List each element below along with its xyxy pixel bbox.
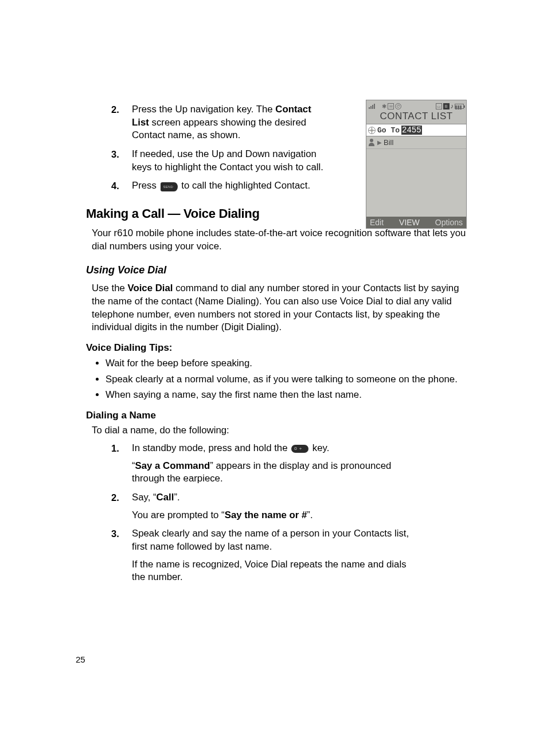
heading-voice-tips: Voice Dialing Tips: xyxy=(86,342,472,354)
page-number: 25 xyxy=(76,655,85,664)
step-number: 2. xyxy=(111,103,119,116)
text-bold: Voice Dial xyxy=(128,283,173,293)
sub-bold: Say a Command xyxy=(135,460,210,471)
step-text-post: ”. xyxy=(174,492,179,503)
alarm-icon: ⏱ xyxy=(395,103,401,109)
name-step-3: 3. Speak clearly and say the name of a p… xyxy=(132,527,413,584)
goto-value: 2455 xyxy=(401,126,422,135)
phone-goto-row: Go To 2455 xyxy=(366,124,466,136)
step-text-pre: In standby mode, press and hold the xyxy=(132,442,290,453)
step-text-post: key. xyxy=(310,442,329,453)
bb-icon: B xyxy=(443,103,450,109)
tip-item: When saying a name, say the first name t… xyxy=(106,389,472,402)
person-icon xyxy=(368,139,376,146)
step-number: 3. xyxy=(111,148,119,160)
send-key-icon xyxy=(161,182,178,191)
name-step-1: 1. In standby mode, press and hold the k… xyxy=(132,442,413,485)
phone-status-bar: ✱ ✉ ⏱ ▭ B ♪ xyxy=(366,100,466,111)
card-icon: ▭ xyxy=(436,103,442,109)
goto-input-empty xyxy=(425,125,464,135)
step-4: 4. Press to call the highlighted Contact… xyxy=(132,179,327,193)
voice-tips-list: Wait for the beep before speaking. Speak… xyxy=(86,357,472,402)
sound-icon: ♪ xyxy=(451,103,454,109)
softkey-center: VIEW xyxy=(399,218,420,227)
step-text-bold: Call xyxy=(157,492,174,503)
tip-item: Speak clearly at a normal volume, as if … xyxy=(106,373,472,386)
sub-bold: Say the name or # xyxy=(225,510,307,520)
step-2: 2. Press the Up navigation key. The Cont… xyxy=(132,103,327,142)
zero-key-icon xyxy=(291,445,308,453)
sub-text: If the name is recognized, Voice Dial re… xyxy=(132,559,407,583)
content: ✱ ✉ ⏱ ▭ B ♪ CONTACT LIST Go To 2455 xyxy=(86,103,472,584)
tip-item: Wait for the beep before speaking. xyxy=(106,357,472,370)
heading-dialing-name: Dialing a Name xyxy=(86,410,472,421)
sub-pre: You are prompted to “ xyxy=(132,510,225,520)
step-number: 2. xyxy=(111,491,119,504)
message-icon: ✉ xyxy=(388,103,394,109)
contact-name: Bill xyxy=(384,138,393,147)
steps-continued: 2. Press the Up navigation key. The Cont… xyxy=(86,103,327,193)
phone-screen-title: CONTACT LIST xyxy=(366,111,466,124)
phone-softkeys: Edit VIEW Options xyxy=(366,217,466,228)
step-number: 3. xyxy=(111,527,119,540)
step-text-pre: Say, “ xyxy=(132,492,157,503)
step-text: Speak clearly and say the name of a pers… xyxy=(132,528,409,552)
goto-label: Go To xyxy=(377,126,400,135)
dialing-name-steps: 1. In standby mode, press and hold the k… xyxy=(86,442,413,584)
step-3: 3. If needed, use the Up and Down naviga… xyxy=(132,148,327,174)
step-text-post: to call the highlighted Contact. xyxy=(179,180,311,191)
globe-icon xyxy=(368,127,376,134)
name-step-2: 2. Say, “Call”. You are prompted to “Say… xyxy=(132,491,413,522)
step-text-post: screen appears showing the desired Conta… xyxy=(132,117,306,141)
sub-post: ”. xyxy=(307,510,312,520)
signal-icon xyxy=(369,104,375,109)
dialing-name-intro: To dial a name, do the following: xyxy=(92,425,472,436)
bluetooth-icon: ✱ xyxy=(382,103,386,109)
battery-icon xyxy=(455,104,464,109)
phone-body-empty xyxy=(366,149,466,217)
softkey-left: Edit xyxy=(370,218,384,227)
chevron-right-icon: ▶ xyxy=(377,139,382,146)
step-sub: If the name is recognized, Voice Dial re… xyxy=(132,558,413,584)
step-text-pre: Press the Up navigation key. The xyxy=(132,104,275,115)
paragraph-voice-intro: Your r610 mobile phone includes state-of… xyxy=(92,227,472,253)
step-number: 4. xyxy=(111,179,119,192)
contact-row: ▶ Bill xyxy=(366,136,466,149)
manual-page: ✱ ✉ ⏱ ▭ B ♪ CONTACT LIST Go To 2455 xyxy=(0,0,547,756)
step-sub: “Say a Command” appears in the display a… xyxy=(132,460,413,485)
step-sub: You are prompted to “Say the name or #”. xyxy=(132,509,413,522)
softkey-right: Options xyxy=(435,218,463,227)
step-number: 1. xyxy=(111,442,119,455)
phone-screenshot: ✱ ✉ ⏱ ▭ B ♪ CONTACT LIST Go To 2455 xyxy=(366,100,467,229)
paragraph-using-voice-dial: Use the Voice Dial command to dial any n… xyxy=(92,282,472,334)
heading-using-voice-dial: Using Voice Dial xyxy=(86,264,472,276)
text-pre: Use the xyxy=(92,283,128,293)
step-text: If needed, use the Up and Down navigatio… xyxy=(132,148,323,173)
step-text-pre: Press xyxy=(132,180,159,191)
